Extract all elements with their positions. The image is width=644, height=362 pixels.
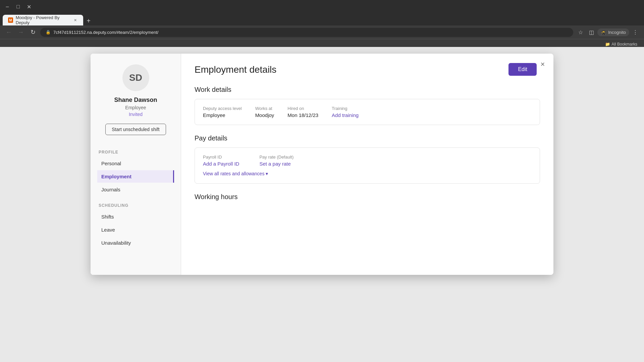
training-label: Training [332,106,359,111]
content-area: Employment details Edit × Work details D… [181,54,553,275]
work-details-section: Work details Deputy access level Employe… [195,86,540,125]
sidebar-item-personal[interactable]: Personal [97,157,174,170]
reload-button[interactable]: ↻ [28,27,38,37]
working-hours-title: Working hours [195,193,540,201]
tab-close-button[interactable]: ✕ [73,17,78,23]
sidebar-item-leave[interactable]: Leave [97,224,174,236]
profile-section-label: PROFILE [97,150,174,155]
scheduling-section-label: SCHEDULING [97,203,174,208]
minimize-button[interactable]: – [3,2,12,11]
sidebar-item-journals[interactable]: Journals [97,183,174,196]
works-at-value: Moodjoy [255,112,274,118]
employee-status: Invited [129,112,143,117]
forward-button[interactable]: → [16,27,25,37]
window-controls: – □ ✕ [3,2,34,11]
browser-toolbar: ← → ↻ 🔒 7cf47d19112152.na.deputy.com/#te… [0,25,644,39]
sidebar-item-employment[interactable]: Employment [97,170,174,183]
training-col: Training Add training [332,106,359,118]
access-level-value: Employee [203,112,242,118]
view-rates-label: View all rates and allowances [203,171,264,176]
incognito-label: Incognito [608,30,626,35]
works-at-label: Works at [255,106,274,111]
sidebar: SD Shane Dawson Employee Invited Start u… [91,54,181,275]
working-hours-section: Working hours [195,193,540,201]
bookmark-button[interactable]: ☆ [576,27,585,37]
back-button[interactable]: ← [4,27,13,37]
pay-details-section: Pay details Payroll ID Add a Payroll ID … [195,134,540,184]
hired-on-label: Hired on [287,106,318,111]
new-tab-button[interactable]: + [84,16,93,25]
works-at-col: Works at Moodjoy [255,106,274,118]
sidebar-item-shifts[interactable]: Shifts [97,210,174,223]
edit-button[interactable]: Edit [508,63,537,76]
work-details-card: Deputy access level Employee Works at Mo… [195,99,540,125]
payroll-id-col: Payroll ID Add a Payroll ID [203,155,239,167]
modal-container: SD Shane Dawson Employee Invited Start u… [91,54,553,275]
menu-button[interactable]: ⋮ [631,27,640,37]
hired-on-value: Mon 18/12/23 [287,112,318,118]
set-pay-rate-link[interactable]: Set a pay rate [259,161,293,167]
add-training-link[interactable]: Add training [332,112,359,118]
pay-details-row: Payroll ID Add a Payroll ID Pay rate (De… [203,155,532,167]
incognito-icon: 🥷 [601,30,606,35]
pay-rate-label: Pay rate (Default) [259,155,293,160]
view-rates-row: View all rates and allowances ▾ [203,171,532,177]
shifts-label: Shifts [101,214,114,220]
employee-name: Shane Dawson [114,97,157,104]
extension-button[interactable]: ◫ [587,27,596,37]
avatar: SD [122,64,149,91]
bookmarks-label: All Bookmarks [611,42,637,47]
browser-titlebar: – □ ✕ [0,0,644,13]
scheduling-section: SCHEDULING Shifts Leave Unavailability [97,203,174,250]
profile-section: PROFILE Personal Employment Journals [97,150,174,196]
start-shift-button[interactable]: Start unscheduled shift [105,124,166,135]
unavailability-label: Unavailability [101,240,131,246]
journals-label: Journals [101,187,120,192]
pay-details-card: Payroll ID Add a Payroll ID Pay rate (De… [195,147,540,184]
close-modal-button[interactable]: × [537,59,548,70]
maximize-button[interactable]: □ [13,2,23,11]
active-tab[interactable]: M Moodjoy - Powered By Deputy ✕ [3,15,83,25]
work-details-row: Deputy access level Employee Works at Mo… [203,106,532,118]
employment-label: Employment [101,174,131,179]
hired-on-col: Hired on Mon 18/12/23 [287,106,318,118]
close-window-button[interactable]: ✕ [24,2,34,11]
access-level-label: Deputy access level [203,106,242,111]
pay-details-title: Pay details [195,134,540,142]
incognito-badge: 🥷 Incognito [597,28,629,36]
lock-icon: 🔒 [46,30,51,35]
page-title: Employment details [195,64,540,75]
access-level-col: Deputy access level Employee [203,106,242,118]
browser-chrome: – □ ✕ M Moodjoy - Powered By Deputy ✕ + … [0,0,644,47]
chevron-down-icon: ▾ [266,171,268,176]
leave-label: Leave [101,227,115,233]
tab-bar: M Moodjoy - Powered By Deputy ✕ + [0,13,644,25]
employee-role: Employee [125,105,146,110]
bookmarks-folder[interactable]: 📁 All Bookmarks [602,41,640,47]
pay-rate-col: Pay rate (Default) Set a pay rate [259,155,293,167]
view-rates-link[interactable]: View all rates and allowances ▾ [203,171,268,176]
payroll-id-label: Payroll ID [203,155,239,160]
personal-label: Personal [101,161,121,166]
main-area: SD Shane Dawson Employee Invited Start u… [0,47,644,362]
address-bar[interactable]: 🔒 7cf47d19112152.na.deputy.com/#team/2/e… [40,28,573,37]
toolbar-right: ☆ ◫ 🥷 Incognito ⋮ [576,27,640,37]
folder-icon: 📁 [605,42,610,47]
work-details-title: Work details [195,86,540,94]
add-payroll-id-link[interactable]: Add a Payroll ID [203,161,239,167]
tab-favicon: M [8,17,13,23]
address-text: 7cf47d19112152.na.deputy.com/#team/2/emp… [53,30,158,35]
tab-title: Moodjoy - Powered By Deputy [16,15,70,25]
sidebar-item-unavailability[interactable]: Unavailability [97,237,174,249]
